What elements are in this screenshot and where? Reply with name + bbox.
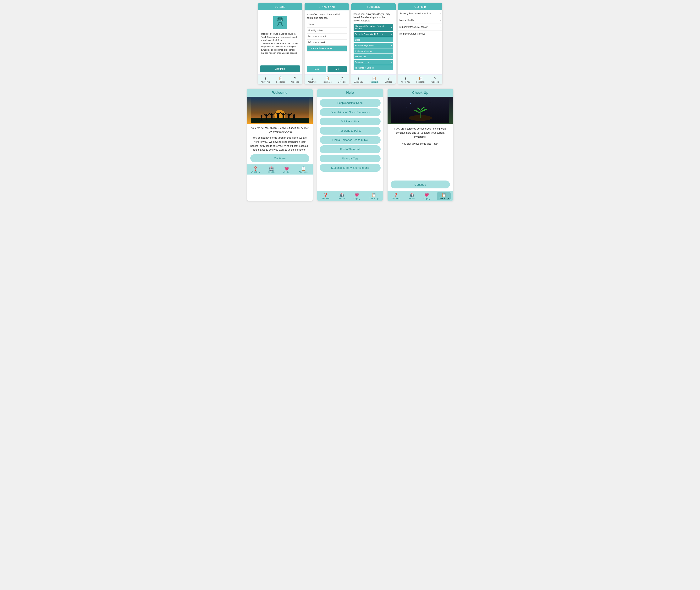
checkup-continue-button[interactable]: Continue (391, 181, 450, 188)
about-you-icon-3: ℹ (358, 76, 359, 81)
nav-bottom-health-c[interactable]: 🏥 Health (407, 192, 417, 200)
nav-about-you-4[interactable]: ℹ About You (400, 76, 411, 83)
help-btn-doctor[interactable]: Find a Doctor or Health Clinic (320, 136, 381, 144)
nav-health-bottom-c: Health (409, 197, 415, 200)
next-button[interactable]: Next (328, 66, 347, 72)
nav-checkup-bottom-c: Check-Up (439, 197, 449, 200)
nav-feedback-2[interactable]: 📋 Feedback (322, 76, 333, 83)
help-btn-par[interactable]: People Against Rape (320, 99, 381, 107)
svg-point-40 (406, 107, 407, 108)
welcome-continue-button[interactable]: Continue (250, 154, 309, 162)
feedback-intro-text: Based your survey results, you may benef… (354, 13, 393, 22)
nav-about-you-label-1: About You (261, 81, 270, 83)
nav-bottom-get-help-c[interactable]: ❓ Get Help (390, 192, 402, 200)
feedback-header: Feedback (351, 3, 396, 10)
get-help-mental-health[interactable]: Mental Health › (398, 17, 442, 24)
nav-feedback-3[interactable]: 📋 Feedback (368, 76, 379, 83)
feedback-substance[interactable]: Substance Use › (354, 60, 393, 65)
nav-get-help-1[interactable]: ? Get Help (290, 76, 300, 83)
welcome-image (247, 97, 313, 124)
svg-rect-6 (251, 118, 309, 123)
help-btn-therapist[interactable]: Find a Therapist (320, 145, 381, 153)
feedback-suicide[interactable]: Thoughts of Suicide › (354, 65, 393, 70)
nav-get-help-3[interactable]: ? Get Help (384, 76, 393, 83)
nav-get-help-label-1: Get Help (291, 81, 299, 83)
option-2-3-week[interactable]: 2-3 times a week (307, 39, 347, 45)
checkup-bottom-icon-h: 📋 (371, 192, 376, 197)
help-btn-financial[interactable]: Financial Tips (320, 155, 381, 162)
get-help-ipv[interactable]: Intimate Partner Violence › (398, 30, 442, 37)
nav-bottom-health-h[interactable]: 🏥 Health (337, 192, 347, 200)
get-help-body: Sexually Transmitted Infections › Mental… (398, 10, 442, 75)
nav-bottom-coping-w[interactable]: 💗 Coping (281, 166, 292, 174)
help-btn-students[interactable]: Students, Military, and Veterans (320, 164, 381, 172)
option-2-4-month[interactable]: 2-4 times a month (307, 33, 347, 39)
screen-help: Help People Against Rape Sexual Assault … (317, 89, 383, 201)
silhouette-svg (251, 98, 309, 123)
feedback-sleep[interactable]: Sleep › (354, 37, 393, 42)
nav-coping-bottom-c: Coping (424, 197, 430, 200)
nav-about-you-3[interactable]: ℹ About You (353, 76, 364, 83)
checkup-image (387, 97, 453, 124)
nav-bottom-get-help-h[interactable]: ❓ Get Help (320, 192, 332, 200)
get-help-mental-label: Mental Health (399, 19, 414, 22)
nav-bottom-checkup-c[interactable]: 📋 Check-Up (437, 192, 451, 200)
nav-about-you-1[interactable]: ℹ About You (260, 76, 271, 83)
checkup-header: Check-Up (387, 89, 453, 97)
feedback-distress[interactable]: Distress Tolerance › (354, 48, 393, 54)
nav-health-bottom-h: Health (339, 197, 345, 200)
back-arrow-icon[interactable]: ‹ (319, 5, 320, 8)
nav-get-help-label-4: Get Help (431, 81, 439, 83)
feedback-mindfulness[interactable]: Mindfulness › (354, 54, 393, 59)
chevron-sti: › (391, 33, 391, 35)
nav-get-help-2[interactable]: ? Get Help (337, 76, 347, 83)
welcome-quote-text: "You will not feel this way forever, it … (247, 124, 313, 135)
chevron-emotion: › (391, 44, 391, 46)
checkup-bottom-nav: ❓ Get Help 🏥 Health 💗 Coping 📋 Check-Up (387, 191, 453, 201)
get-help-icon-1: ? (294, 77, 296, 81)
nav-about-you-2[interactable]: ℹ About You (307, 76, 318, 83)
sc-safe-continue-button[interactable]: Continue (260, 66, 300, 72)
nav-bottom-checkup-h[interactable]: 📋 Check-Up (367, 192, 380, 200)
sc-safe-description: This resource was made for adults in Sou… (260, 31, 300, 66)
get-help-bottom-icon-h: ❓ (323, 192, 328, 197)
nav-feedback-4[interactable]: 📋 Feedback (415, 76, 426, 83)
get-help-ipv-label: Intimate Partner Violence (399, 32, 426, 35)
nav-about-you-label-3: About You (354, 81, 363, 83)
get-help-support[interactable]: Support after sexual assault › (398, 24, 442, 30)
option-monthly[interactable]: Monthly or less (307, 28, 347, 33)
option-4-more[interactable]: 4 or more times a week (307, 45, 347, 52)
checkup-bottom-icon-c: 📋 (441, 192, 446, 197)
back-next-row: Back Next (307, 66, 347, 72)
feedback-emotion[interactable]: Emotion Regulation › (354, 43, 393, 48)
feedback-nav: ℹ About You 📋 Feedback ? Get Help (351, 75, 396, 84)
nav-health-bottom-w: Health (268, 171, 275, 173)
help-btn-suicide[interactable]: Suicide Hotline (320, 118, 381, 125)
nav-bottom-checkup-w[interactable]: 📋 Check-Up (297, 166, 310, 174)
nav-bottom-health-w[interactable]: 🏥 Health (266, 166, 276, 174)
nav-feedback-label-1: Feedback (276, 81, 285, 83)
screen-feedback: Feedback Based your survey results, you … (351, 3, 396, 84)
nav-feedback-1[interactable]: 📋 Feedback (275, 76, 286, 83)
nav-bottom-coping-h[interactable]: 💗 Coping (352, 192, 362, 200)
get-help-sti[interactable]: Sexually Transmitted Infections › (398, 10, 442, 17)
chevron-sleep: › (391, 39, 391, 41)
back-button[interactable]: Back (307, 66, 326, 72)
feedback-sti[interactable]: Sexually Transmitted Infections › (354, 32, 393, 37)
nav-bottom-get-help-w[interactable]: ❓ Get Help (249, 166, 261, 174)
feedback-title: Feedback (367, 5, 380, 8)
plant-svg (391, 98, 449, 123)
nav-bottom-coping-c[interactable]: 💗 Coping (422, 192, 432, 200)
help-btn-sane[interactable]: Sexual Assault Nurse Examiners (320, 108, 381, 116)
feedback-icon-1: 📋 (278, 76, 283, 81)
nav-get-help-bottom-c: Get Help (392, 197, 400, 200)
welcome-bottom-nav: ❓ Get Help 🏥 Health 💗 Coping 📋 Check-Up (247, 165, 313, 175)
help-btn-police[interactable]: Reporting to Police (320, 127, 381, 134)
nav-coping-bottom-w: Coping (283, 171, 290, 173)
nav-get-help-4[interactable]: ? Get Help (430, 76, 440, 83)
feedback-myths[interactable]: Myths and Facts About Sexual Assault › (354, 24, 393, 31)
get-help-sti-label: Sexually Transmitted Infections (399, 12, 432, 15)
sc-safe-body: safe This resource was made for adults i… (258, 10, 302, 75)
option-never[interactable]: Never (307, 22, 347, 28)
feedback-icon-3: 📋 (372, 76, 376, 81)
